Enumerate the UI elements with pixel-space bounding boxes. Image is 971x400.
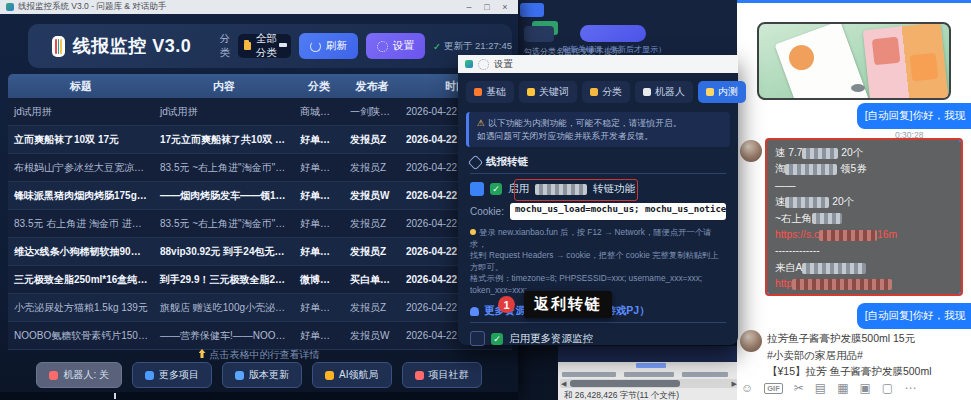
screenshot-icon[interactable]: ✂ xyxy=(794,378,804,398)
update-icon xyxy=(235,371,244,380)
table-cell: 布根妈山宁参冰丝大豆宽凉被 83.5元 xyxy=(8,161,154,175)
background-filename xyxy=(682,372,728,377)
category-select[interactable]: 全部分类 xyxy=(238,34,291,58)
history-icon[interactable]: ▦ xyxy=(837,378,848,398)
settings-button[interactable]: 设置 xyxy=(366,33,425,59)
refresh-button[interactable]: 刷新 xyxy=(299,33,358,59)
more-icon[interactable]: ⋯ xyxy=(904,378,916,398)
app-icon xyxy=(6,3,14,11)
dialog-icon xyxy=(465,60,473,68)
table-row[interactable]: 维达x线条小狗棉韧软抽90抽24包 ...88vip30.92元 到手24包无芯… xyxy=(8,238,512,266)
table-cell: 好单线报-... xyxy=(294,217,344,231)
pencil-icon xyxy=(706,88,714,96)
check-icon: ✓ xyxy=(491,333,503,345)
background-window-top: 勾选分类名监控变更不提示 刷新关键词（更新后才显示） xyxy=(518,0,738,60)
selection-handle[interactable] xyxy=(765,292,769,296)
image-icon[interactable]: ▣ xyxy=(860,378,871,398)
gear-icon xyxy=(377,41,388,52)
incoming-message[interactable]: 拉芳鱼子酱膏护发膜500ml 15元#小卖部の家居用品#【¥15】拉芳 鱼子酱膏… xyxy=(767,330,932,380)
message-line: 速 20个 xyxy=(775,194,953,210)
table-row[interactable]: 83.5元 右上角进 淘金币 进足迹拍 有...83.5元 ~右上角进"淘金币"… xyxy=(8,210,512,238)
tab-机器人[interactable]: 机器人 xyxy=(635,81,693,103)
message-line: #小卖部の家居用品# xyxy=(767,347,932,364)
tab-关键词[interactable]: 关键词 xyxy=(519,81,577,103)
section-convert-link: 线报转链 xyxy=(470,155,726,169)
scrollbar-thumb[interactable] xyxy=(570,380,680,387)
category-label: 分类 xyxy=(219,32,230,60)
message-line: https://s.c16m xyxy=(775,227,953,243)
censored-text xyxy=(785,164,837,175)
close-button[interactable]: × xyxy=(498,2,512,12)
robot-button[interactable]: 机器人: 关 xyxy=(36,362,122,388)
censored-text xyxy=(802,148,838,159)
horizontal-scrollbar[interactable]: ◀ ▶ xyxy=(560,379,738,388)
gif-icon[interactable]: GIF xyxy=(764,383,783,394)
flame-icon xyxy=(474,88,482,96)
outgoing-message-bubble[interactable]: [自动回复]你好，我现 xyxy=(857,103,971,129)
bulb-icon xyxy=(470,229,476,235)
category-value: 全部分类 xyxy=(256,32,285,60)
message-line: ------------- xyxy=(775,243,953,259)
message-line: 拉芳鱼子酱膏护发膜500ml 15元 xyxy=(767,330,932,347)
table-row[interactable]: 小壳泌尿处方猫粮1.5kg 139元旗舰店 赠送吃100g小壳泌尿处方猫粮...… xyxy=(8,294,512,322)
table-cell: 发报员Z xyxy=(344,161,400,175)
table-cell: 小壳泌尿处方猫粮1.5kg 139元 xyxy=(8,301,154,315)
table-row[interactable]: 布根妈山宁参冰丝大豆宽凉被 83.5元83.5元 ~右上角进"淘金币"进足迹..… xyxy=(8,154,512,182)
window-icon[interactable]: ▢ xyxy=(882,378,893,398)
folder-icon[interactable]: ▤ xyxy=(815,378,826,398)
maximize-button[interactable]: □ xyxy=(480,2,494,12)
table-cell: 发报员Z xyxy=(344,133,400,147)
tab-基础[interactable]: 基础 xyxy=(466,81,514,103)
checkbox-checked[interactable] xyxy=(470,182,484,196)
censored-text xyxy=(785,197,829,208)
checkbox-unchecked[interactable] xyxy=(470,331,485,346)
scroll-left-icon[interactable]: ◀ xyxy=(561,379,566,388)
background-filename xyxy=(562,372,616,377)
cookie-input[interactable]: mochu_us_load=mochu_us; mochu_us_notice xyxy=(510,203,726,220)
table-cell: 好单线报-... xyxy=(294,161,344,175)
check-icon: ✓ xyxy=(433,41,441,52)
main-window: 线报监控系统 V3.0 - 问题库 & 对话助手 – □ × 线报监控 V3.0… xyxy=(0,0,518,400)
pointer-icon xyxy=(199,349,206,358)
community-icon xyxy=(415,371,424,380)
avatar[interactable] xyxy=(740,330,762,352)
table-row[interactable]: jd试用拼jd试用拼商城好价一剑陕上做...2026-04-22 21:2 xyxy=(8,98,512,126)
divider xyxy=(470,322,726,323)
table-cell: NOOBO氨糖软骨素钙片150粒*2瓶3... xyxy=(8,329,154,343)
convert-link-toggle-row: ✓ 启用 转链功能 xyxy=(470,182,726,196)
minimize-button[interactable]: – xyxy=(462,2,476,12)
annotated-message[interactable]: 速 7.7 20个淘 领5券——速 20个~右上角https://s.c16m-… xyxy=(765,138,963,296)
table-row[interactable]: 立而爽船袜了10双 17元17元立而爽船袜了共10双 秋季糖陌石...好单线报-… xyxy=(8,126,512,154)
table-cell: 商城好价 xyxy=(294,105,344,119)
emoji-icon[interactable]: ☺ xyxy=(741,378,753,398)
tab-分类[interactable]: 分类 xyxy=(582,81,630,103)
selection-handle[interactable] xyxy=(959,138,963,142)
projects-button[interactable]: 更多项目 xyxy=(132,362,212,388)
table-row[interactable]: 锋味派黑猪肉烟肉烤肠175g 任选5件...——烟肉烤肠发车——领140-60补… xyxy=(8,182,512,210)
ai-button[interactable]: AI领航局 xyxy=(312,362,391,388)
folder-icon xyxy=(244,42,251,50)
background-band xyxy=(558,346,740,362)
product-image[interactable] xyxy=(757,22,951,100)
table-row[interactable]: NOOBO氨糖软骨素钙片150粒*2瓶3...——营养保健车!——NOOBO .… xyxy=(8,322,512,350)
message-line: 来自A xyxy=(775,260,953,276)
cookie-label: Cookie: xyxy=(470,206,504,217)
dialog-titlebar: 设置 xyxy=(458,55,738,73)
table-row[interactable]: 三元极致全脂250ml*16盒纯牛奶 29....到手29.9！三元极致全脂25… xyxy=(8,266,512,294)
update-button[interactable]: 版本更新 xyxy=(222,362,302,388)
table-cell: 维达x线条小狗棉韧软抽90抽24包 ... xyxy=(8,245,154,259)
community-button[interactable]: 项目社群 xyxy=(402,362,482,388)
censored-text xyxy=(792,279,892,290)
avatar[interactable] xyxy=(740,140,762,162)
more-resources-toggle-row: ✓ 启用更多资源监控 xyxy=(470,331,726,346)
outgoing-message-bubble[interactable]: [自动回复]你好，我现 xyxy=(857,303,971,329)
tab-内测[interactable]: 内测 xyxy=(698,81,746,103)
cookie-tip: 登录 new.xianbao.fun 后，按 F12 → Network，随便点… xyxy=(470,227,726,296)
table-cell: 发报员Z xyxy=(344,301,400,315)
dialog-title: 设置 xyxy=(494,58,513,71)
table-cell: 发报员W xyxy=(344,329,400,343)
selection-handle[interactable] xyxy=(959,292,963,296)
warning-icon: ⚠ xyxy=(477,118,485,128)
table-cell: 微博线报-... xyxy=(294,273,344,287)
status-bar: 和 26,428,426 字节(11 个文件) xyxy=(564,390,679,400)
